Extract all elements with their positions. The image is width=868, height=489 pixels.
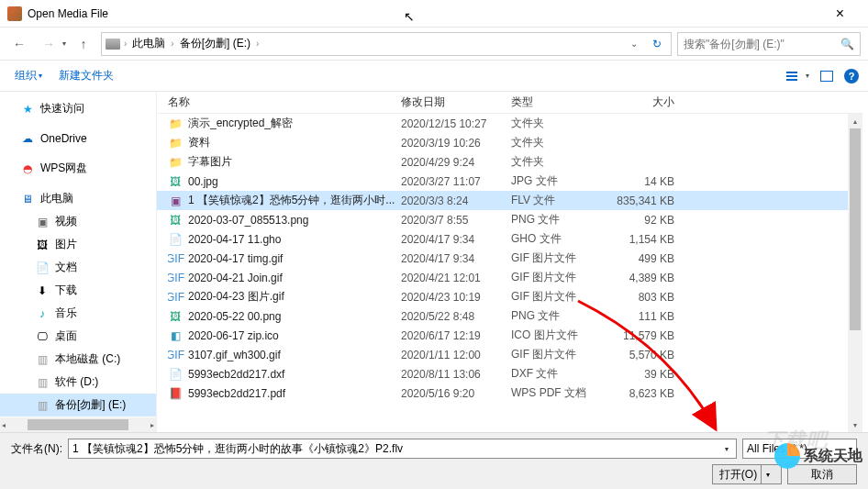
file-row[interactable]: 📁字幕图片2020/4/29 9:24文件夹	[157, 152, 862, 172]
file-icon: 📄	[168, 367, 183, 382]
sidebar-item[interactable]: ★快速访问	[0, 97, 156, 120]
sidebar-item[interactable]: ◓WPS网盘	[0, 157, 156, 180]
file-size: 5,570 KB	[606, 349, 700, 361]
scroll-right-icon[interactable]: ▸	[150, 421, 154, 429]
up-button[interactable]: ↑	[72, 32, 95, 56]
history-dropdown-icon[interactable]: ▾	[62, 39, 66, 48]
sidebar-scroll-thumb[interactable]	[28, 419, 128, 430]
close-button[interactable]: ×	[819, 6, 861, 22]
vertical-scrollbar[interactable]: ▴ ▾	[848, 114, 862, 432]
file-row[interactable]: 🖼2020-05-22 00.png2020/5/22 8:48PNG 文件11…	[157, 306, 862, 326]
file-size: 92 KB	[606, 214, 700, 227]
sidebar-item[interactable]: ▥备份[勿删] (E:)	[0, 394, 156, 417]
file-row[interactable]: 📕5993ecb2dd217.pdf2020/5/16 9:20WPS PDF …	[157, 383, 862, 403]
file-date: 2020/4/21 12:01	[401, 272, 511, 284]
filename-dropdown-icon[interactable]: ▾	[721, 445, 732, 453]
file-icon: 📄	[168, 232, 183, 247]
file-row[interactable]: 📁资料2020/3/19 10:26文件夹	[157, 133, 862, 152]
search-icon[interactable]: 🔍	[840, 38, 854, 50]
new-folder-button[interactable]: 新建文件夹	[53, 64, 119, 87]
titlebar: Open Media File ×	[0, 0, 868, 28]
back-button[interactable]: ←	[7, 32, 31, 56]
help-icon[interactable]: ?	[844, 69, 859, 83]
search-input[interactable]	[684, 38, 840, 50]
address-dropdown-icon[interactable]: ⌄	[625, 39, 643, 49]
view-mode-button[interactable]	[780, 66, 804, 86]
bottom-panel: 文件名(N): ▾ All Files (*.*) ▾ 打开(O)▾ 取消	[0, 432, 868, 489]
sidebar-item[interactable]: ☁OneDrive	[0, 128, 156, 150]
file-size: 14 KB	[606, 175, 700, 188]
file-row[interactable]: 📄5993ecb2dd217.dxf2020/8/11 13:06DXF 文件3…	[157, 364, 862, 383]
file-date: 2020/4/17 9:34	[401, 252, 511, 265]
window-title: Open Media File	[28, 7, 819, 20]
sidebar-item-label: 文档	[55, 260, 77, 275]
sidebar-item[interactable]: 🖥此电脑	[0, 187, 156, 210]
scroll-left-icon[interactable]: ◂	[2, 421, 6, 429]
file-row[interactable]: 🖼2020-03-07_085513.png2020/3/7 8:55PNG 文…	[157, 210, 862, 229]
file-name: 1 【笑镇惊魂2】恐怖5分钟，逛街两小时...	[188, 193, 395, 208]
file-size: 8,623 KB	[606, 387, 700, 400]
file-date: 2020/4/23 10:19	[401, 291, 511, 304]
file-type: FLV 文件	[511, 193, 606, 208]
sidebar-item[interactable]: ▥软件 (D:)	[0, 371, 156, 394]
sidebar-scrollbar[interactable]: ◂ ▸	[0, 417, 156, 432]
breadcrumb-item[interactable]: 此电脑	[130, 34, 167, 53]
file-row[interactable]: GIF2020-04-23 图片.gif2020/4/23 10:19GIF 图…	[157, 287, 862, 306]
filename-combo[interactable]: ▾	[68, 439, 737, 459]
sidebar-item[interactable]: 🖼图片	[0, 233, 156, 256]
pc-icon: 🖥	[20, 192, 35, 206]
view-dropdown-icon[interactable]: ▾	[806, 72, 809, 80]
address-bar[interactable]: › 此电脑 › 备份[勿删] (E:) › ⌄ ↻	[101, 32, 672, 56]
file-row[interactable]: ◧2020-06-17 zip.ico2020/6/17 12:19ICO 图片…	[157, 326, 862, 345]
organize-button[interactable]: 组织▾	[9, 64, 48, 87]
sidebar-item-label: OneDrive	[40, 132, 87, 145]
scroll-down-icon[interactable]: ▾	[848, 417, 862, 432]
file-type: ICO 图片文件	[511, 328, 606, 343]
forward-button[interactable]: →	[37, 32, 61, 56]
sidebar-item[interactable]: ⬇下载	[0, 279, 156, 302]
file-size: 499 KB	[606, 252, 700, 265]
sidebar-item[interactable]: ▥本地磁盘 (C:)	[0, 348, 156, 371]
file-row[interactable]: 📄2020-04-17 11.gho2020/4/17 9:34GHO 文件1,…	[157, 229, 862, 249]
file-row[interactable]: 📁演示_encrypted_解密2020/12/15 10:27文件夹	[157, 114, 862, 133]
file-type: DXF 文件	[511, 366, 606, 382]
open-dropdown-icon[interactable]: ▾	[761, 465, 774, 483]
gif-icon: GIF	[168, 290, 183, 305]
col-date[interactable]: 修改日期	[401, 94, 511, 110]
down-icon: ⬇	[35, 283, 50, 298]
doc-icon: 📄	[35, 261, 50, 275]
file-type: GIF 图片文件	[511, 289, 606, 305]
file-type: 文件夹	[511, 154, 606, 170]
sidebar-item[interactable]: ♪音乐	[0, 302, 156, 325]
file-type: 文件夹	[511, 116, 606, 131]
file-name: 资料	[188, 135, 210, 150]
open-button[interactable]: 打开(O)▾	[712, 464, 782, 484]
img-icon: 🖼	[168, 174, 183, 189]
file-date: 2020/12/15 10:27	[401, 117, 511, 130]
breadcrumb-sep-icon: ›	[124, 39, 127, 49]
file-name: 2020-06-17 zip.ico	[188, 329, 279, 342]
col-type[interactable]: 类型	[511, 94, 606, 110]
breadcrumb-item[interactable]: 备份[勿删] (E:)	[178, 34, 252, 53]
sidebar-item[interactable]: 📄文档	[0, 256, 156, 279]
col-name[interactable]: 名称	[168, 94, 401, 110]
preview-pane-button[interactable]	[815, 66, 839, 86]
file-date: 2020/8/11 13:06	[401, 368, 511, 381]
file-row[interactable]: GIF2020-04-21 Join.gif2020/4/21 12:01GIF…	[157, 268, 862, 287]
file-type: GHO 文件	[511, 231, 606, 247]
disk-icon: ▥	[35, 375, 50, 390]
filename-input[interactable]	[72, 442, 721, 455]
search-box[interactable]: 🔍	[677, 32, 861, 56]
sidebar-item-label: 快速访问	[40, 101, 84, 117]
scroll-thumb[interactable]	[850, 128, 861, 330]
file-row[interactable]: ▣1 【笑镇惊魂2】恐怖5分钟，逛街两小时...2020/3/3 8:24FLV…	[157, 191, 862, 210]
sidebar-item-label: 视频	[55, 214, 77, 229]
refresh-icon[interactable]: ↻	[647, 38, 667, 50]
file-row[interactable]: GIF2020-04-17 timg.gif2020/4/17 9:34GIF …	[157, 249, 862, 268]
col-size[interactable]: 大小	[606, 94, 700, 110]
sidebar-item[interactable]: 🖵桌面	[0, 325, 156, 348]
sidebar-item[interactable]: ▣视频	[0, 210, 156, 233]
file-row[interactable]: GIF3107.gif_wh300.gif2020/1/11 12:00GIF …	[157, 345, 862, 364]
scroll-up-icon[interactable]: ▴	[848, 114, 862, 128]
file-row[interactable]: 🖼00.jpg2020/3/27 11:07JPG 文件14 KB	[157, 172, 862, 191]
